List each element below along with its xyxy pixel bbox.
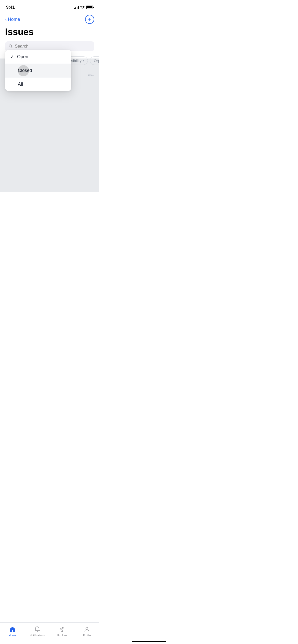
dropdown-item-all-label: All xyxy=(18,82,23,87)
search-icon xyxy=(9,44,13,48)
dropdown-item-open[interactable]: ✓ Open xyxy=(5,50,71,64)
wifi-icon xyxy=(80,6,85,9)
battery-icon xyxy=(86,6,93,9)
signal-icon xyxy=(74,6,79,9)
dropdown-item-open-label: Open xyxy=(17,54,28,60)
dropdown-item-all[interactable]: All xyxy=(5,78,71,91)
status-bar: 9:41 xyxy=(0,0,99,13)
page-title: Issues xyxy=(0,26,99,41)
status-icons xyxy=(74,6,93,9)
back-button[interactable]: ‹ Home xyxy=(5,17,20,22)
back-chevron-icon: ‹ xyxy=(5,17,7,22)
dropdown-item-closed[interactable]: Closed xyxy=(5,64,71,78)
add-button[interactable]: + xyxy=(85,15,94,24)
search-input[interactable] xyxy=(15,44,91,49)
touch-indicator xyxy=(18,65,29,76)
nav-bar: ‹ Home + xyxy=(0,13,99,26)
back-label: Home xyxy=(8,17,20,22)
dropdown-menu: ✓ Open Closed All xyxy=(5,50,71,91)
checkmark-icon: ✓ xyxy=(10,54,14,60)
status-time: 9:41 xyxy=(6,5,15,10)
